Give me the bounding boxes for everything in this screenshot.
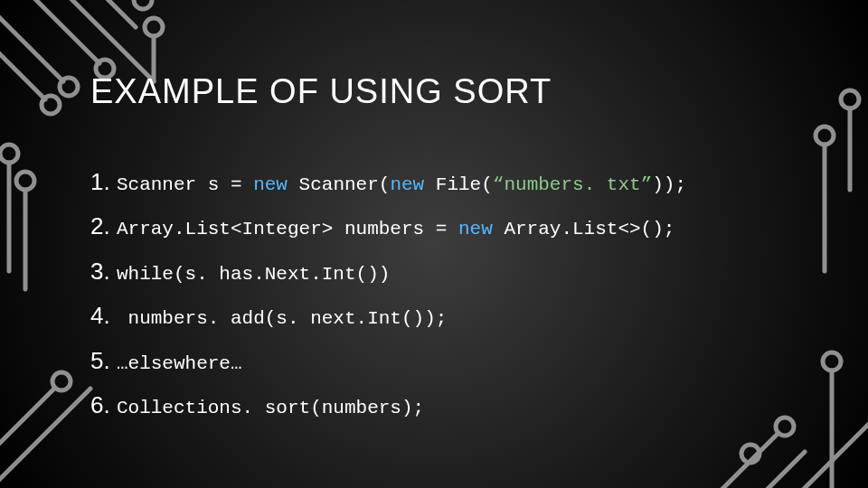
keyword-new: new xyxy=(458,219,493,239)
code-text: )); xyxy=(652,174,686,195)
code-text: Collections. sort(numbers); xyxy=(117,398,424,418)
svg-point-10 xyxy=(134,0,152,9)
svg-point-3 xyxy=(42,96,60,114)
code-text: while(s. has.Next.Int()) xyxy=(117,264,390,285)
svg-point-8 xyxy=(145,18,163,36)
code-block: Scanner s = new Scanner(new File(“number… xyxy=(90,160,814,427)
svg-line-0 xyxy=(0,9,63,81)
svg-line-17 xyxy=(0,389,90,488)
code-text: Scanner s = xyxy=(117,174,253,195)
svg-line-26 xyxy=(750,452,805,488)
keyword-new: new xyxy=(390,174,424,195)
code-text: Array.List<Integer> numbers = xyxy=(117,219,458,239)
string-literal: “numbers. txt” xyxy=(493,174,652,195)
code-text: numbers. add(s. next.Int()); xyxy=(117,308,447,329)
svg-point-16 xyxy=(52,372,71,390)
svg-line-15 xyxy=(0,389,54,452)
svg-point-27 xyxy=(741,445,760,463)
svg-point-12 xyxy=(16,172,34,190)
svg-point-18 xyxy=(841,90,859,108)
slide: EXAMPLE OF USING SORT Scanner s = new Sc… xyxy=(0,0,868,488)
code-line-3: while(s. has.Next.Int()) xyxy=(90,249,814,294)
code-text: Array.List<>(); xyxy=(493,219,675,239)
svg-line-9 xyxy=(99,0,136,27)
code-text: Scanner( xyxy=(288,174,390,195)
svg-point-11 xyxy=(0,145,18,163)
code-line-6: Collections. sort(numbers); xyxy=(90,383,814,427)
svg-point-1 xyxy=(60,78,78,96)
code-line-2: Array.List<Integer> numbers = new Array.… xyxy=(90,204,814,249)
svg-line-4 xyxy=(27,0,99,63)
code-line-1: Scanner s = new Scanner(new File(“number… xyxy=(90,160,814,204)
code-line-5: …elsewhere… xyxy=(90,339,814,383)
svg-point-20 xyxy=(816,127,834,145)
code-text: File( xyxy=(424,174,493,195)
svg-line-6 xyxy=(63,0,154,81)
svg-line-24 xyxy=(705,434,778,488)
svg-point-22 xyxy=(823,352,841,371)
code-line-4: numbers. add(s. next.Int()); xyxy=(90,294,814,338)
svg-line-2 xyxy=(0,45,45,99)
code-text: …elsewhere… xyxy=(117,353,242,374)
keyword-new: new xyxy=(253,174,288,195)
slide-title: EXAMPLE OF USING SORT xyxy=(90,72,814,111)
slide-content: EXAMPLE OF USING SORT Scanner s = new Sc… xyxy=(90,72,814,427)
